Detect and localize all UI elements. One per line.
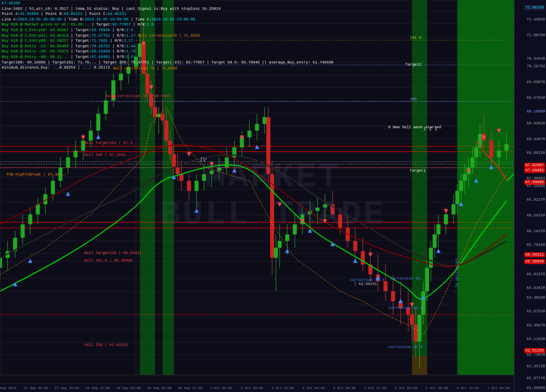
time-3oct20: 3 Oct 20:00 xyxy=(333,386,356,390)
price-70257: 70.25792 xyxy=(527,64,545,69)
time-7oct04: 7 Oct 04:00 xyxy=(487,386,510,390)
price-65563: 65.56311 xyxy=(524,253,545,257)
price-68820: 68.82020 xyxy=(527,121,545,126)
time-1oct04: 1 Oct 04:00 xyxy=(210,386,232,390)
price-63875: 63.87520 xyxy=(527,309,545,314)
time-27sep20: 27 Sep 20:00 xyxy=(55,386,79,390)
price-68061: 68.06120 xyxy=(527,151,545,155)
price-63116: 63.11620 xyxy=(527,337,545,341)
price-64634: 64.63420 xyxy=(527,286,545,290)
time-30sep12: 30 Sep 12:00 xyxy=(178,386,203,390)
price-61977: 61.97770 xyxy=(527,376,545,380)
time-28sep12: 28 Sep 12:00 xyxy=(85,386,110,390)
price-71488: 71.48820 xyxy=(527,17,545,22)
time-29sep04: 29 Sep 04:00 xyxy=(116,386,141,390)
price-67193: 67.19341 xyxy=(527,184,545,188)
price-64385: 64.38520 xyxy=(527,296,545,300)
price-66163: 66.16370 xyxy=(527,229,545,233)
price-66922: 66.92270 xyxy=(527,198,545,202)
price-63495: 63.49570 xyxy=(527,323,545,328)
time-3oct04: 3 Oct 04:00 xyxy=(302,386,325,390)
time-5oct20: 5 Oct 20:00 xyxy=(426,386,448,390)
time-6oct12: 6 Oct 12:00 xyxy=(456,386,479,390)
time-scale: 26 Sep 2024 27 Sep 04:00 27 Sep 20:00 28… xyxy=(0,383,514,392)
time-26sep: 26 Sep 2024 xyxy=(0,386,16,390)
price-68440: 68.44070 xyxy=(527,137,545,141)
price-65784: 65.78420 xyxy=(527,243,545,247)
price-70342: 70.34240 xyxy=(527,57,545,61)
chart-container: MARKETBULL TRADE 67.46200 Line:3492 | h1… xyxy=(0,0,546,392)
price-scale: 71.86720 71.48820 71.08760 70.34240 70.2… xyxy=(514,0,546,392)
time-5oct04: 5 Oct 04:00 xyxy=(395,386,418,390)
time-4oct12: 4 Oct 12:00 xyxy=(364,386,386,390)
price-67668: 67.66881 xyxy=(524,168,545,173)
price-62736: 62.73670 xyxy=(527,353,545,357)
price-69958: 69.95870 xyxy=(527,80,545,84)
main-chart xyxy=(0,0,546,392)
time-2oct12: 2 Oct 12:00 xyxy=(271,386,294,390)
time-27sep04: 27 Sep 04:00 xyxy=(24,386,49,390)
price-67826: 67.82687 xyxy=(524,163,545,167)
price-69168: 69.16899 xyxy=(527,110,545,114)
price-65388: 65.38849 xyxy=(524,259,545,264)
price-61595: 61.59580 xyxy=(527,386,545,390)
price-65013: 65.01370 xyxy=(527,272,545,277)
price-69579: 69.57920 xyxy=(527,96,545,100)
time-1oct20: 1 Oct 20:00 xyxy=(241,386,263,390)
price-71867: 71.86720 xyxy=(524,6,545,10)
price-62357: 62.35720 xyxy=(527,364,545,369)
price-66543: 66.54320 xyxy=(527,213,545,218)
price-71087: 71.08760 xyxy=(527,33,545,37)
time-29sep20: 29 Sep 20:00 xyxy=(147,386,172,390)
